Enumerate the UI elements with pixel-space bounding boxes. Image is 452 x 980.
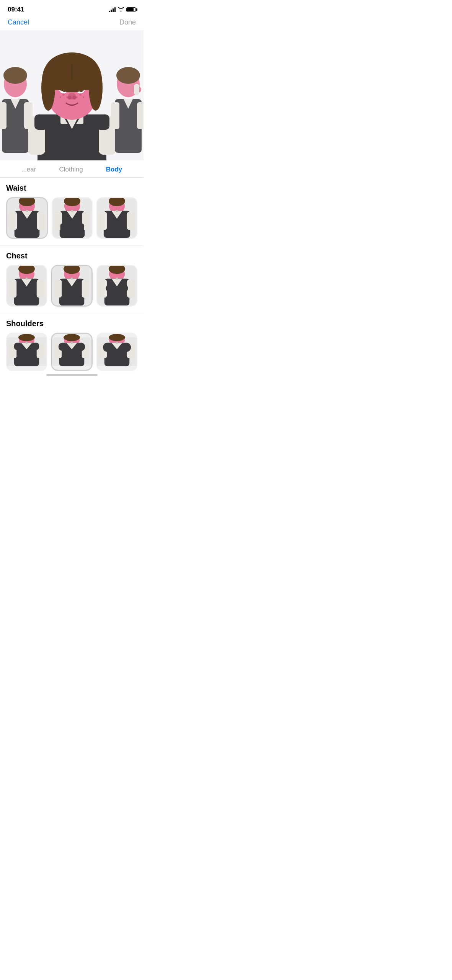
chest-option-3[interactable] [96, 265, 137, 307]
svg-rect-70 [99, 212, 107, 230]
svg-rect-42 [137, 102, 144, 129]
status-bar: 09:41 [0, 0, 144, 17]
svg-point-106 [106, 284, 116, 292]
svg-point-94 [71, 278, 73, 280]
svg-rect-71 [127, 212, 135, 230]
svg-point-33 [68, 96, 72, 100]
svg-point-34 [72, 96, 76, 100]
avatar-preview [0, 30, 144, 160]
svg-rect-52 [37, 212, 45, 230]
nav-bar: Cancel Done [0, 17, 144, 30]
svg-rect-80 [37, 280, 45, 298]
shoulders-options [0, 333, 144, 371]
svg-point-76 [116, 210, 118, 212]
shoulders-title: Shoulders [0, 319, 144, 333]
waist-option-3[interactable] [96, 197, 137, 239]
svg-point-118 [26, 342, 28, 344]
svg-rect-100 [127, 280, 135, 298]
svg-point-85 [26, 278, 28, 280]
wifi-icon [118, 7, 124, 13]
svg-rect-48 [134, 84, 139, 95]
svg-rect-41 [111, 102, 119, 129]
svg-point-95 [62, 284, 70, 291]
home-bar [46, 374, 98, 376]
svg-rect-38 [46, 79, 98, 90]
waist-option-2[interactable] [52, 197, 93, 239]
home-indicator [0, 371, 144, 378]
svg-rect-51 [9, 212, 17, 230]
svg-point-137 [109, 334, 125, 341]
chest-section: Chest [0, 245, 144, 313]
svg-point-115 [18, 334, 35, 341]
chest-option-1[interactable] [6, 265, 47, 307]
tab-bar: ...ear Clothing Body [0, 160, 144, 178]
waist-options [0, 197, 144, 245]
svg-rect-79 [9, 280, 17, 298]
status-time: 09:41 [8, 6, 24, 13]
svg-point-21 [79, 93, 82, 96]
waist-title: Waist [0, 184, 144, 197]
tab-clothing[interactable]: Clothing [59, 166, 83, 173]
svg-rect-1 [0, 102, 7, 129]
svg-point-44 [116, 67, 140, 84]
signal-icon [109, 7, 116, 12]
done-button[interactable]: Done [119, 18, 136, 26]
battery-icon [126, 7, 136, 12]
waist-option-1[interactable] [6, 197, 48, 239]
shoulders-option-1[interactable] [6, 333, 47, 371]
tab-headwear[interactable]: ...ear [21, 166, 36, 173]
avatar-center [22, 38, 122, 160]
svg-point-57 [26, 210, 28, 212]
svg-point-126 [64, 334, 80, 341]
chest-options [0, 265, 144, 313]
svg-point-107 [118, 284, 128, 292]
chest-option-2[interactable] [51, 265, 93, 307]
svg-point-129 [71, 342, 73, 344]
svg-point-96 [73, 284, 81, 291]
svg-point-18 [62, 93, 65, 96]
svg-point-140 [116, 342, 118, 344]
svg-point-105 [116, 278, 118, 280]
shoulders-option-3[interactable] [96, 333, 137, 371]
svg-point-23 [83, 96, 84, 98]
svg-rect-11 [34, 114, 48, 130]
waist-section: Waist [0, 178, 144, 245]
shoulders-option-2[interactable] [51, 333, 93, 371]
svg-point-66 [71, 210, 73, 212]
svg-rect-89 [82, 280, 90, 298]
svg-rect-99 [99, 280, 107, 298]
svg-rect-67 [60, 224, 84, 238]
avatar-side-right [109, 61, 144, 153]
svg-point-20 [60, 96, 61, 98]
chest-title: Chest [0, 252, 144, 265]
shoulders-section: Shoulders [0, 313, 144, 371]
svg-rect-12 [96, 114, 109, 130]
tab-body[interactable]: Body [106, 166, 122, 173]
cancel-button[interactable]: Cancel [8, 18, 29, 26]
status-icons [109, 7, 136, 13]
svg-rect-88 [54, 280, 62, 298]
